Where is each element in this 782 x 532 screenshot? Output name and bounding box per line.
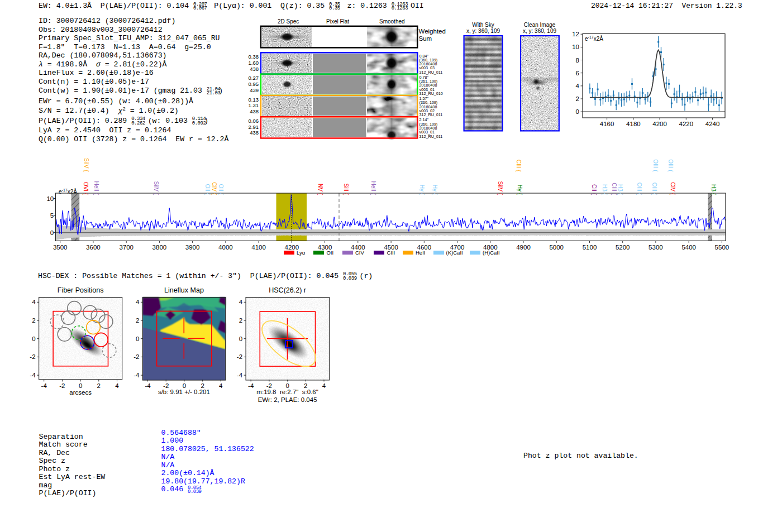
svg-text:4200: 4200	[285, 244, 299, 251]
svg-text:-2: -2	[30, 353, 35, 360]
svg-text:-2: -2	[163, 382, 169, 389]
svg-text:-2: -2	[59, 382, 65, 389]
svg-text:3700: 3700	[119, 244, 133, 251]
svg-text:2: 2	[304, 382, 307, 389]
svg-text:2: 2	[97, 382, 101, 389]
svg-text:CII {: CII {	[591, 184, 597, 195]
svg-text:5: 5	[50, 212, 54, 219]
svg-text:0: 0	[32, 336, 35, 342]
svg-text:OII {: OII {	[204, 184, 211, 195]
svg-text:4: 4	[115, 382, 119, 389]
svg-text:SiII {: SiII {	[343, 183, 349, 195]
svg-text:OVI {: OVI {	[83, 182, 89, 195]
svg-text:4500: 4500	[384, 244, 398, 251]
svg-text:CIII {: CIII {	[516, 160, 522, 172]
svg-text:10: 10	[572, 44, 579, 50]
svg-text:2: 2	[32, 317, 35, 324]
svg-text:4220: 4220	[679, 121, 694, 127]
svg-text:4180: 4180	[626, 121, 641, 127]
svg-text:0: 0	[183, 382, 186, 389]
svg-text:4: 4	[32, 299, 36, 305]
svg-text:SiIV {: SiIV {	[153, 181, 159, 195]
svg-text:5200: 5200	[616, 244, 630, 251]
svg-text:0: 0	[576, 108, 579, 115]
svg-text:2: 2	[136, 317, 139, 324]
svg-text:10: 10	[46, 195, 54, 202]
svg-text:4100: 4100	[251, 244, 266, 251]
svg-text:4800: 4800	[483, 244, 498, 251]
svg-text:8: 8	[576, 57, 579, 64]
svg-text:OIII {: OIII {	[651, 183, 657, 195]
svg-text:4000: 4000	[218, 244, 233, 251]
svg-text:4700: 4700	[450, 244, 465, 251]
svg-text:5500: 5500	[715, 244, 729, 251]
svg-text:-4: -4	[248, 382, 254, 389]
svg-text:Hγ {: Hγ {	[419, 185, 425, 195]
svg-text:3800: 3800	[152, 244, 167, 251]
svg-text:4400: 4400	[351, 244, 365, 251]
svg-text:4160: 4160	[600, 121, 614, 127]
svg-text:OIII {: OIII {	[636, 183, 642, 195]
svg-text:12: 12	[572, 31, 579, 37]
svg-text:0: 0	[50, 229, 54, 236]
svg-text:0: 0	[239, 336, 242, 342]
svg-text:4300: 4300	[318, 244, 332, 251]
svg-text:5300: 5300	[649, 244, 663, 251]
svg-text:6: 6	[576, 70, 579, 76]
svg-text:4240: 4240	[705, 121, 720, 127]
svg-text:2: 2	[201, 382, 204, 389]
svg-text:Hγ {: Hγ {	[432, 185, 438, 195]
svg-text:5100: 5100	[583, 244, 597, 251]
svg-text:3500: 3500	[53, 244, 68, 251]
svg-text:OIII (: OIII (	[667, 159, 674, 172]
svg-text:-2: -2	[237, 353, 242, 360]
svg-text:Hγ {: Hγ {	[517, 185, 523, 195]
svg-text:-4: -4	[237, 372, 243, 378]
svg-text:CIV {: CIV {	[670, 182, 676, 195]
svg-text:Hβ {: Hβ {	[617, 184, 623, 195]
svg-text:OIII (: OIII (	[652, 159, 659, 172]
svg-text:4: 4	[219, 382, 223, 389]
svg-text:4: 4	[239, 299, 243, 305]
svg-text:4: 4	[136, 299, 140, 305]
svg-text:-2: -2	[266, 382, 272, 389]
svg-text:-4: -4	[133, 372, 140, 378]
svg-text:SiIV {: SiIV {	[83, 158, 89, 172]
svg-text:-2: -2	[133, 353, 139, 360]
svg-text:CIII {: CIII {	[611, 183, 617, 195]
svg-text:-4: -4	[30, 372, 36, 378]
svg-text:0: 0	[136, 336, 139, 342]
svg-text:CIV {: CIV {	[211, 182, 217, 195]
svg-text:3900: 3900	[185, 244, 200, 251]
svg-text:Hβ {: Hβ {	[602, 184, 608, 195]
svg-text:5000: 5000	[549, 244, 564, 251]
svg-text:HeII {: HeII {	[370, 181, 376, 195]
svg-text:2: 2	[576, 95, 579, 102]
svg-text:0: 0	[285, 382, 289, 389]
svg-text:-4: -4	[145, 382, 151, 389]
svg-text:2: 2	[239, 317, 242, 324]
svg-text:HeII {: HeII {	[93, 181, 99, 195]
svg-text:5400: 5400	[681, 244, 696, 251]
svg-text:4900: 4900	[516, 244, 531, 251]
svg-text:4600: 4600	[417, 244, 432, 251]
svg-text:-4: -4	[41, 382, 47, 389]
svg-text:SiIV {: SiIV {	[497, 181, 503, 195]
svg-text:OII {: OII {	[218, 184, 224, 195]
svg-text:4200: 4200	[652, 121, 667, 127]
svg-text:0: 0	[79, 382, 82, 389]
svg-text:4: 4	[576, 83, 580, 89]
svg-text:3600: 3600	[86, 244, 101, 251]
svg-text:4: 4	[322, 382, 326, 389]
svg-text:Hβ {: Hβ {	[711, 184, 717, 195]
svg-text:NV {: NV {	[317, 184, 323, 195]
